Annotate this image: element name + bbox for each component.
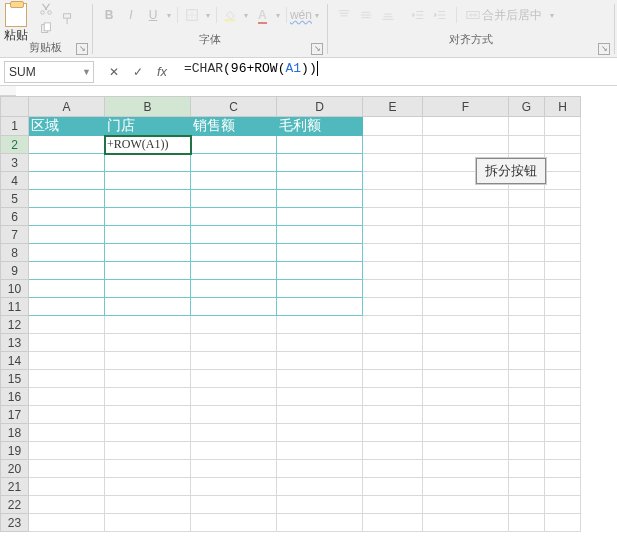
col-header-C[interactable]: C — [191, 97, 277, 117]
cell-G21[interactable] — [509, 478, 545, 496]
cell-H20[interactable] — [545, 460, 581, 478]
cell-H8[interactable] — [545, 244, 581, 262]
cell-C1[interactable]: 销售额 — [191, 117, 277, 136]
cell-C7[interactable] — [191, 226, 277, 244]
cell-A6[interactable] — [29, 208, 105, 226]
cell-G15[interactable] — [509, 370, 545, 388]
cell-E12[interactable] — [363, 316, 423, 334]
cell-A3[interactable] — [29, 154, 105, 172]
cell-C2[interactable] — [191, 136, 277, 154]
align-launcher[interactable]: ↘ — [598, 43, 610, 55]
underline-button[interactable]: U — [143, 4, 163, 26]
row-header-6[interactable]: 6 — [1, 208, 29, 226]
cell-D19[interactable] — [277, 442, 363, 460]
cell-A13[interactable] — [29, 334, 105, 352]
cell-G14[interactable] — [509, 352, 545, 370]
font-launcher[interactable]: ↘ — [311, 43, 323, 55]
cell-G13[interactable] — [509, 334, 545, 352]
cell-C16[interactable] — [191, 388, 277, 406]
cell-H5[interactable] — [545, 190, 581, 208]
cell-C12[interactable] — [191, 316, 277, 334]
cell-C23[interactable] — [191, 514, 277, 532]
cell-D22[interactable] — [277, 496, 363, 514]
row-header-9[interactable]: 9 — [1, 262, 29, 280]
cell-F5[interactable] — [423, 190, 509, 208]
cell-E4[interactable] — [363, 172, 423, 190]
cell-C19[interactable] — [191, 442, 277, 460]
cell-E5[interactable] — [363, 190, 423, 208]
cell-E9[interactable] — [363, 262, 423, 280]
align-bottom-button[interactable] — [378, 4, 398, 26]
formula-bar-expand[interactable] — [0, 86, 16, 96]
cell-B17[interactable] — [105, 406, 191, 424]
cell-D18[interactable] — [277, 424, 363, 442]
cell-A14[interactable] — [29, 352, 105, 370]
col-header-A[interactable]: A — [29, 97, 105, 117]
cell-B14[interactable] — [105, 352, 191, 370]
clipboard-launcher[interactable]: ↘ — [76, 43, 88, 55]
fill-dropdown[interactable]: ▾ — [242, 4, 250, 26]
align-middle-button[interactable] — [356, 4, 376, 26]
phonetic-button[interactable]: wén — [291, 4, 311, 26]
row-header-8[interactable]: 8 — [1, 244, 29, 262]
cell-D23[interactable] — [277, 514, 363, 532]
row-header-5[interactable]: 5 — [1, 190, 29, 208]
border-dropdown[interactable]: ▾ — [204, 4, 212, 26]
cell-B7[interactable] — [105, 226, 191, 244]
cell-E11[interactable] — [363, 298, 423, 316]
cell-H15[interactable] — [545, 370, 581, 388]
cell-E20[interactable] — [363, 460, 423, 478]
row-header-14[interactable]: 14 — [1, 352, 29, 370]
cell-D3[interactable] — [277, 154, 363, 172]
cell-D20[interactable] — [277, 460, 363, 478]
cell-H23[interactable] — [545, 514, 581, 532]
cell-A22[interactable] — [29, 496, 105, 514]
cell-F19[interactable] — [423, 442, 509, 460]
cell-C10[interactable] — [191, 280, 277, 298]
row-header-22[interactable]: 22 — [1, 496, 29, 514]
cell-A8[interactable] — [29, 244, 105, 262]
merge-dropdown[interactable]: ▾ — [547, 4, 557, 26]
cell-B23[interactable] — [105, 514, 191, 532]
cell-F11[interactable] — [423, 298, 509, 316]
font-color-button[interactable]: A — [252, 4, 272, 26]
cell-A10[interactable] — [29, 280, 105, 298]
cell-D7[interactable] — [277, 226, 363, 244]
col-header-G[interactable]: G — [509, 97, 545, 117]
cell-E13[interactable] — [363, 334, 423, 352]
cell-G9[interactable] — [509, 262, 545, 280]
cell-D1[interactable]: 毛利额 — [277, 117, 363, 136]
row-header-16[interactable]: 16 — [1, 388, 29, 406]
split-button[interactable]: 拆分按钮 — [476, 158, 546, 184]
font-color-dropdown[interactable]: ▾ — [274, 4, 282, 26]
cell-B20[interactable] — [105, 460, 191, 478]
cell-G7[interactable] — [509, 226, 545, 244]
cell-D13[interactable] — [277, 334, 363, 352]
cell-D17[interactable] — [277, 406, 363, 424]
cell-F23[interactable] — [423, 514, 509, 532]
cell-H11[interactable] — [545, 298, 581, 316]
cell-E23[interactable] — [363, 514, 423, 532]
row-header-4[interactable]: 4 — [1, 172, 29, 190]
cell-F17[interactable] — [423, 406, 509, 424]
cell-G6[interactable] — [509, 208, 545, 226]
row-header-7[interactable]: 7 — [1, 226, 29, 244]
cell-F20[interactable] — [423, 460, 509, 478]
cell-F8[interactable] — [423, 244, 509, 262]
formula-input[interactable]: =CHAR(96+ROW(A1)) — [178, 61, 617, 83]
cell-B2[interactable]: +ROW(A1)) — [105, 136, 191, 154]
cell-E7[interactable] — [363, 226, 423, 244]
cell-D5[interactable] — [277, 190, 363, 208]
phonetic-dropdown[interactable]: ▾ — [313, 4, 321, 26]
cell-E16[interactable] — [363, 388, 423, 406]
cell-C17[interactable] — [191, 406, 277, 424]
cell-D21[interactable] — [277, 478, 363, 496]
cell-B18[interactable] — [105, 424, 191, 442]
cell-C15[interactable] — [191, 370, 277, 388]
row-header-18[interactable]: 18 — [1, 424, 29, 442]
cell-D4[interactable] — [277, 172, 363, 190]
cell-B4[interactable] — [105, 172, 191, 190]
cell-H21[interactable] — [545, 478, 581, 496]
cell-B13[interactable] — [105, 334, 191, 352]
col-header-H[interactable]: H — [545, 97, 581, 117]
